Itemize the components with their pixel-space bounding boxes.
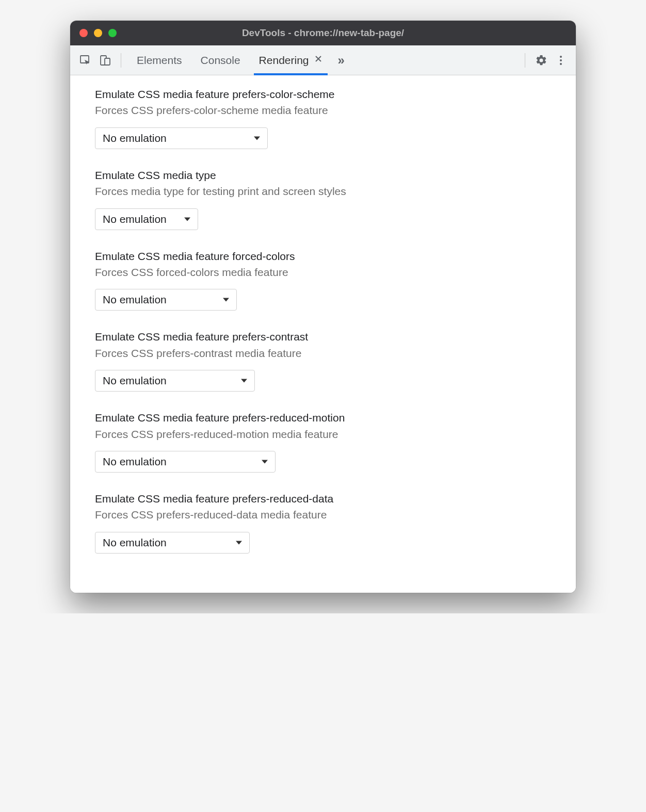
rendering-panel: Emulate CSS media feature prefers-color-… — [70, 75, 576, 593]
chevron-down-icon — [223, 298, 229, 302]
section-forced-colors: Emulate CSS media feature forced-colors … — [95, 249, 551, 311]
select-prefers-reduced-motion[interactable]: No emulation — [95, 451, 276, 473]
svg-point-5 — [560, 63, 562, 65]
inspect-element-icon[interactable] — [76, 52, 94, 69]
select-prefers-color-scheme[interactable]: No emulation — [95, 127, 268, 149]
section-prefers-color-scheme: Emulate CSS media feature prefers-color-… — [95, 87, 551, 149]
tab-console[interactable]: Console — [192, 45, 249, 75]
toolbar-divider — [525, 53, 525, 68]
more-tabs-icon[interactable]: » — [333, 53, 348, 68]
svg-point-4 — [560, 59, 562, 61]
select-value: No emulation — [103, 294, 229, 306]
toolbar-divider — [121, 53, 121, 68]
section-desc: Forces media type for testing print and … — [95, 184, 551, 199]
tab-label: Elements — [137, 54, 182, 67]
tab-elements[interactable]: Elements — [128, 45, 190, 75]
section-desc: Forces CSS prefers-reduced-data media fe… — [95, 507, 551, 522]
select-prefers-reduced-data[interactable]: No emulation — [95, 532, 250, 554]
select-value: No emulation — [103, 537, 242, 549]
section-title: Emulate CSS media feature forced-colors — [95, 249, 551, 264]
section-title: Emulate CSS media feature prefers-contra… — [95, 329, 551, 344]
settings-gear-icon[interactable] — [532, 52, 550, 69]
select-value: No emulation — [103, 132, 260, 144]
window-title: DevTools - chrome://new-tab-page/ — [242, 27, 404, 39]
tab-label: Rendering — [259, 54, 309, 67]
tab-rendering[interactable]: Rendering — [251, 45, 331, 75]
section-desc: Forces CSS forced-colors media feature — [95, 265, 551, 280]
select-forced-colors[interactable]: No emulation — [95, 289, 237, 311]
section-title: Emulate CSS media type — [95, 168, 551, 183]
select-value: No emulation — [103, 213, 190, 225]
section-prefers-reduced-data: Emulate CSS media feature prefers-reduce… — [95, 491, 551, 554]
chevron-down-icon — [184, 217, 190, 221]
svg-point-3 — [560, 56, 562, 58]
close-tab-icon[interactable] — [314, 55, 322, 66]
close-window-button[interactable] — [79, 29, 88, 37]
chevron-down-icon — [262, 460, 268, 463]
select-value: No emulation — [103, 375, 247, 387]
devtools-window: DevTools - chrome://new-tab-page/ Elemen… — [70, 21, 576, 593]
titlebar: DevTools - chrome://new-tab-page/ — [70, 21, 576, 45]
devtools-toolbar: Elements Console Rendering » — [70, 45, 576, 75]
tab-label: Console — [201, 54, 240, 67]
chevron-down-icon — [241, 379, 247, 383]
select-media-type[interactable]: No emulation — [95, 208, 198, 230]
section-prefers-reduced-motion: Emulate CSS media feature prefers-reduce… — [95, 410, 551, 473]
section-desc: Forces CSS prefers-contrast media featur… — [95, 346, 551, 361]
section-title: Emulate CSS media feature prefers-reduce… — [95, 491, 551, 506]
maximize-window-button[interactable] — [108, 29, 117, 37]
select-prefers-contrast[interactable]: No emulation — [95, 370, 255, 392]
more-options-icon[interactable] — [552, 52, 570, 69]
section-title: Emulate CSS media feature prefers-color-… — [95, 87, 551, 102]
chevron-down-icon — [254, 136, 260, 140]
device-toggle-icon[interactable] — [96, 52, 114, 69]
section-title: Emulate CSS media feature prefers-reduce… — [95, 410, 551, 425]
section-media-type: Emulate CSS media type Forces media type… — [95, 168, 551, 230]
section-desc: Forces CSS prefers-reduced-motion media … — [95, 427, 551, 442]
minimize-window-button[interactable] — [94, 29, 102, 37]
section-desc: Forces CSS prefers-color-scheme media fe… — [95, 103, 551, 118]
section-prefers-contrast: Emulate CSS media feature prefers-contra… — [95, 329, 551, 392]
select-value: No emulation — [103, 456, 268, 468]
chevron-down-icon — [236, 541, 242, 544]
svg-rect-2 — [105, 58, 110, 65]
traffic-lights — [79, 29, 117, 37]
